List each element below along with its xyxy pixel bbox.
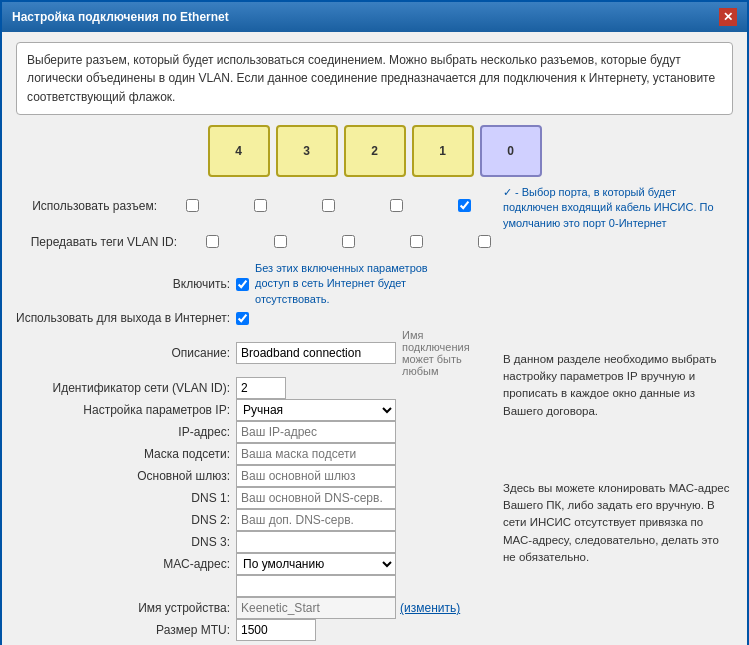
titlebar: Настройка подключения по Ethernet ✕ (2, 2, 747, 32)
internet-label: Использовать для выхода в Интернет: (16, 311, 236, 325)
port-note: ✓ - Выбор порта, в который будет подключ… (503, 185, 733, 231)
mac-note: Здесь вы можете клонировать МАС-адрес Ва… (503, 480, 733, 566)
ip-note: В данном разделе необходимо выбрать наст… (503, 351, 733, 420)
dns3-label: DNS 3: (16, 535, 236, 549)
subnet-label: Маска подсети: (16, 447, 236, 461)
dns2-input[interactable] (236, 509, 396, 531)
port-0[interactable]: 0 (480, 125, 542, 177)
use-port-0-checkbox[interactable] (458, 199, 471, 212)
port-1[interactable]: 1 (412, 125, 474, 177)
dns2-row: DNS 2: (16, 509, 493, 531)
vlan-id-label: Идентификатор сети (VLAN ID): (16, 381, 236, 395)
vlan-4-cell (181, 235, 243, 248)
mtu-input[interactable] (236, 619, 316, 641)
vlan-checkboxes (181, 235, 515, 248)
dialog-title: Настройка подключения по Ethernet (12, 10, 229, 24)
internet-row: Использовать для выхода в Интернет: (16, 307, 493, 329)
close-button[interactable]: ✕ (719, 8, 737, 26)
ip-settings-label: Настройка параметров IP: (16, 403, 236, 417)
vlan-1-checkbox[interactable] (410, 235, 423, 248)
dns3-row: DNS 3: (16, 531, 493, 553)
mac-row: МАС-адрес: По умолчанию Вручную Клониров… (16, 553, 493, 575)
ip-address-row: IP-адрес: (16, 421, 493, 443)
use-port-2-cell (297, 199, 359, 212)
enable-checkbox[interactable] (236, 278, 249, 291)
mtu-row: Размер MTU: (16, 619, 493, 641)
gateway-row: Основной шлюз: (16, 465, 493, 487)
description-label: Описание: (16, 346, 236, 360)
ip-address-label: IP-адрес: (16, 425, 236, 439)
vlan-1-cell (385, 235, 447, 248)
ttl-row: Не уменьшать TTL: (16, 641, 493, 645)
vlan-0-cell (453, 235, 515, 248)
use-port-4-checkbox[interactable] (186, 199, 199, 212)
use-port-checkboxes (161, 199, 495, 212)
vlan-0-checkbox[interactable] (478, 235, 491, 248)
device-name-input[interactable] (236, 597, 396, 619)
subnet-input[interactable] (236, 443, 396, 465)
dns1-label: DNS 1: (16, 491, 236, 505)
use-port-3-checkbox[interactable] (254, 199, 267, 212)
use-port-label: Использовать разъем: (16, 199, 161, 213)
ethernet-settings-dialog: Настройка подключения по Ethernet ✕ Выбе… (0, 0, 749, 645)
device-name-link[interactable]: (изменить) (400, 601, 460, 615)
vlan-label: Передавать теги VLAN ID: (16, 235, 181, 249)
ip-settings-select[interactable]: Автоматически Ручная PPPoE (236, 399, 396, 421)
gateway-input[interactable] (236, 465, 396, 487)
subnet-row: Маска подсети: (16, 443, 493, 465)
dns2-label: DNS 2: (16, 513, 236, 527)
ip-settings-row: Настройка параметров IP: Автоматически Р… (16, 399, 493, 421)
device-name-row: Имя устройства: (изменить) (16, 597, 493, 619)
description-hint: Имя подключения может быть любым (402, 329, 493, 377)
gateway-label: Основной шлюз: (16, 469, 236, 483)
left-form-col: Включить: Без этих включенных параметров… (16, 261, 493, 645)
enable-row: Включить: Без этих включенных параметров… (16, 261, 493, 307)
dns3-input[interactable] (236, 531, 396, 553)
use-port-0-cell (433, 199, 495, 212)
dns1-input[interactable] (236, 487, 396, 509)
vlan-2-checkbox[interactable] (342, 235, 355, 248)
port-2[interactable]: 2 (344, 125, 406, 177)
enable-label: Включить: (16, 277, 236, 291)
info-text-box: Выберите разъем, который будет использов… (16, 42, 733, 115)
description-row: Описание: Имя подключения может быть люб… (16, 329, 493, 377)
info-text: Выберите разъем, который будет использов… (27, 53, 715, 104)
vlan-4-checkbox[interactable] (206, 235, 219, 248)
device-name-label: Имя устройства: (16, 601, 236, 615)
internet-checkbox[interactable] (236, 312, 249, 325)
port-3[interactable]: 3 (276, 125, 338, 177)
description-input[interactable] (236, 342, 396, 364)
mac-extra-row (16, 575, 493, 597)
vlan-2-cell (317, 235, 379, 248)
dialog-content: Выберите разъем, который будет использов… (2, 32, 747, 645)
ip-address-input[interactable] (236, 421, 396, 443)
enable-hint: Без этих включенных параметров доступ в … (255, 261, 455, 307)
use-port-1-cell (365, 199, 427, 212)
dns1-row: DNS 1: (16, 487, 493, 509)
mac-label: МАС-адрес: (16, 557, 236, 571)
use-port-1-checkbox[interactable] (390, 199, 403, 212)
vlan-3-cell (249, 235, 311, 248)
mac-extra-input[interactable] (236, 575, 396, 597)
use-port-3-cell (229, 199, 291, 212)
mtu-label: Размер MTU: (16, 623, 236, 637)
vlan-id-input[interactable] (236, 377, 286, 399)
form-section: Включить: Без этих включенных параметров… (16, 261, 733, 645)
mac-select[interactable]: По умолчанию Вручную Клонировать (236, 553, 396, 575)
vlan-id-row: Идентификатор сети (VLAN ID): (16, 377, 493, 399)
port-4[interactable]: 4 (208, 125, 270, 177)
use-port-4-cell (161, 199, 223, 212)
vlan-3-checkbox[interactable] (274, 235, 287, 248)
right-notes-col: В данном разделе необходимо выбрать наст… (493, 261, 733, 645)
use-port-2-checkbox[interactable] (322, 199, 335, 212)
